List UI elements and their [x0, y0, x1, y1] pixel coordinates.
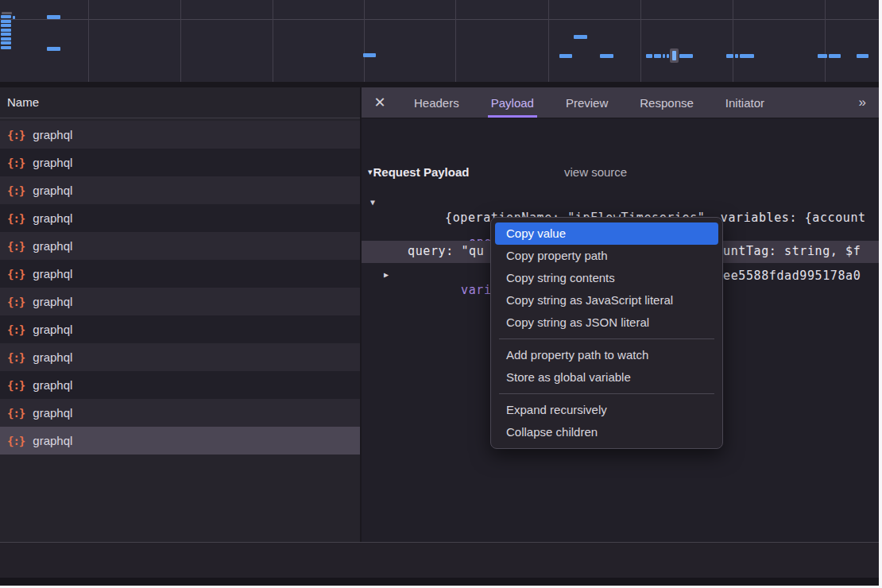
request-row[interactable]: {:}graphql	[0, 288, 360, 315]
variables-row-right-text: ee5588fdad995178a0	[723, 269, 861, 283]
request-row[interactable]: {:}graphql	[0, 427, 360, 455]
json-braces-icon: {:}	[7, 129, 25, 141]
request-timing-bar	[667, 54, 669, 58]
json-braces-icon: {:}	[7, 407, 25, 420]
overview-bottom-border	[0, 82, 879, 87]
request-timing-bar	[1, 20, 11, 23]
request-row[interactable]: {:}graphql	[0, 149, 360, 176]
menu-item-copy-string-as-javascript-literal[interactable]: Copy string as JavaScript literal	[491, 289, 722, 311]
request-timing-bar	[726, 54, 733, 58]
json-braces-icon: {:}	[7, 296, 25, 308]
request-timing-bar	[47, 15, 60, 19]
menu-item-copy-string-as-json-literal[interactable]: Copy string as JSON literal	[491, 311, 722, 334]
json-braces-icon: {:}	[7, 379, 25, 392]
request-row[interactable]: {:}graphql	[0, 371, 360, 399]
tab-response[interactable]: Response	[636, 87, 697, 118]
request-timing-bar	[818, 54, 827, 58]
menu-item-expand-recursively[interactable]: Expand recursively	[491, 399, 722, 421]
request-timing-bar	[47, 47, 60, 51]
tab-payload[interactable]: Payload	[488, 87, 537, 118]
section-disclosure-icon[interactable]: ▾	[368, 167, 373, 177]
json-braces-icon: {:}	[7, 323, 25, 336]
request-timing-bar	[363, 53, 376, 57]
summary-footer	[0, 543, 879, 578]
json-braces-icon: {:}	[7, 212, 25, 225]
request-timing-bar	[13, 16, 15, 19]
json-braces-icon: {:}	[7, 435, 25, 447]
menu-item-add-property-path-to-watch[interactable]: Add property path to watch	[491, 344, 722, 366]
request-name-label: graphql	[33, 295, 72, 308]
request-name-label: graphql	[33, 239, 72, 253]
tab-preview[interactable]: Preview	[563, 87, 611, 118]
request-row[interactable]: {:}graphql	[0, 232, 360, 260]
tab-initiator[interactable]: Initiator	[722, 87, 768, 118]
request-timing-bar	[646, 54, 652, 58]
json-braces-icon: {:}	[7, 268, 25, 280]
request-row[interactable]: {:}graphql	[0, 260, 360, 288]
request-timing-bar	[1, 37, 11, 41]
request-timing-bar	[2, 12, 12, 14]
network-request-list: Name {:}graphql{:}graphql{:}graphql{:}gr…	[0, 87, 360, 542]
overview-gridline	[640, 0, 641, 82]
column-header-label: Name	[7, 95, 39, 109]
request-row[interactable]: {:}graphql	[0, 343, 360, 371]
request-name-label: graphql	[33, 267, 72, 280]
details-tabs: HeadersPayloadPreviewResponseInitiator	[398, 87, 780, 118]
bottom-edge-bar	[0, 578, 879, 586]
request-timing-bar	[559, 54, 572, 58]
request-timing-bar	[1, 15, 11, 18]
request-name-label: graphql	[33, 350, 72, 364]
request-timing-bar	[740, 54, 754, 58]
request-timing-bar	[654, 54, 661, 58]
overview-gridline	[548, 0, 549, 82]
request-timing-bar	[1, 46, 11, 49]
close-icon[interactable]: ✕	[362, 87, 398, 118]
request-timing-bar	[679, 54, 693, 58]
menu-item-copy-property-path[interactable]: Copy property path	[491, 245, 722, 267]
disclosure-open-icon[interactable]: ▼	[370, 198, 375, 207]
json-braces-icon: {:}	[7, 351, 25, 364]
query-row-left-text: query: "qu	[408, 244, 484, 258]
menu-item-copy-string-contents[interactable]: Copy string contents	[491, 267, 722, 289]
request-name-label: graphql	[33, 184, 72, 197]
request-name-label: graphql	[33, 156, 72, 169]
overview-gridline	[455, 0, 456, 82]
request-timing-bar	[574, 35, 587, 39]
section-title: Request Payload	[373, 165, 470, 179]
network-overview-timeline[interactable]	[0, 0, 879, 82]
request-row[interactable]: {:}graphql	[0, 399, 360, 427]
menu-item-copy-value[interactable]: Copy value	[495, 222, 718, 245]
request-name-label: graphql	[33, 128, 72, 141]
request-timing-bar	[663, 54, 665, 58]
request-name-label: graphql	[33, 211, 72, 225]
overview-gridline	[825, 0, 826, 82]
request-timing-bar	[735, 54, 738, 58]
request-row[interactable]: {:}graphql	[0, 176, 360, 204]
view-source-link[interactable]: view source	[564, 165, 627, 179]
menu-divider	[499, 393, 714, 394]
json-braces-icon: {:}	[7, 184, 25, 197]
disclosure-closed-icon[interactable]: ▶	[384, 270, 389, 279]
request-timing-bar	[1, 29, 11, 32]
more-tabs-chevron-icon[interactable]: »	[845, 87, 879, 118]
request-payload-section[interactable]: ▾ Request Payload	[368, 165, 469, 179]
request-name-label: graphql	[33, 378, 72, 392]
request-name-label: graphql	[33, 323, 72, 336]
overview-selected-request-box[interactable]	[670, 48, 679, 63]
request-row[interactable]: {:}graphql	[0, 204, 360, 232]
json-braces-icon: {:}	[7, 157, 25, 169]
request-timing-bar	[1, 33, 11, 36]
menu-divider	[499, 338, 714, 339]
request-row[interactable]: {:}graphql	[0, 315, 360, 343]
menu-item-collapse-children[interactable]: Collapse children	[491, 421, 722, 443]
request-row[interactable]: {:}graphql	[0, 121, 360, 149]
menu-item-store-as-global-variable[interactable]: Store as global variable	[491, 366, 722, 389]
overview-gridline	[364, 0, 365, 82]
devtools-network-panel: Name {:}graphql{:}graphql{:}graphql{:}gr…	[0, 0, 882, 588]
tab-headers[interactable]: Headers	[411, 87, 462, 118]
request-rows: {:}graphql{:}graphql{:}graphql{:}graphql…	[0, 121, 360, 455]
column-header-name[interactable]: Name	[0, 87, 360, 118]
json-braces-icon: {:}	[7, 240, 25, 253]
overview-gridline	[88, 0, 89, 82]
overview-gridline	[273, 0, 273, 82]
